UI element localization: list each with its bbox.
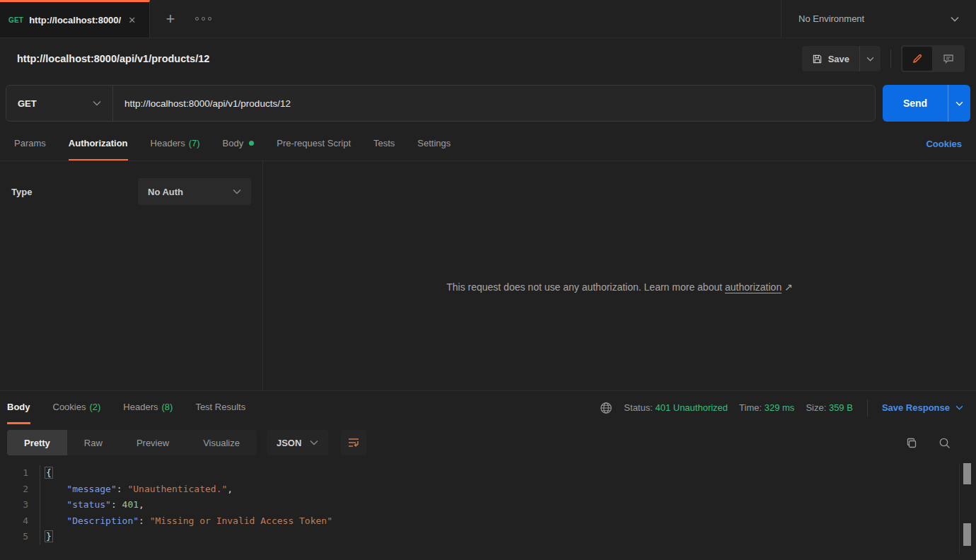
format-value: JSON xyxy=(277,438,301,448)
time-badge: Time: 329 ms xyxy=(739,402,794,413)
request-tabs: Params Authorization Headers(7) Body Pre… xyxy=(0,127,976,161)
tab-pre-request-script[interactable]: Pre-request Script xyxy=(277,127,351,161)
size-badge: Size: 359 B xyxy=(806,402,853,413)
auth-type-select[interactable]: No Auth xyxy=(138,178,251,205)
auth-type-panel: Type No Auth xyxy=(0,161,263,390)
ellipsis-icon xyxy=(195,17,211,21)
more-tabs-button[interactable] xyxy=(187,0,219,37)
send-button[interactable]: Send xyxy=(883,85,948,122)
chevron-down-icon xyxy=(955,101,963,106)
save-label: Save xyxy=(828,54,849,64)
code-line: 2 "message": "Unauthenticated.", xyxy=(0,482,976,498)
edit-button[interactable] xyxy=(902,47,932,71)
new-tab-button[interactable]: + xyxy=(154,0,187,37)
request-tab[interactable]: GET http://localhost:8000/ ✕ xyxy=(0,0,150,37)
network-globe-icon[interactable] xyxy=(600,402,612,414)
request-header: http://localhost:8000/api/v1/products/12… xyxy=(0,38,976,79)
tab-bar-spacer xyxy=(219,0,781,37)
environment-label: No Environment xyxy=(798,13,864,24)
response-body-viewer: 1{2 "message": "Unauthenticated.",3 "sta… xyxy=(0,461,976,558)
cookies-count: (2) xyxy=(89,402,100,412)
divider xyxy=(867,399,868,416)
url-input[interactable] xyxy=(113,86,875,121)
url-bar: GET Send xyxy=(0,79,976,127)
postman-window: GET http://localhost:8000/ ✕ + No Enviro… xyxy=(0,0,976,560)
view-preview[interactable]: Preview xyxy=(120,430,186,455)
save-button[interactable]: Save xyxy=(802,46,859,71)
cookies-link[interactable]: Cookies xyxy=(926,139,962,149)
send-options-button[interactable] xyxy=(948,85,970,122)
chevron-down-icon xyxy=(233,189,241,194)
tab-authorization[interactable]: Authorization xyxy=(69,127,128,161)
view-pretty[interactable]: Pretty xyxy=(7,430,67,455)
send-button-group: Send xyxy=(883,85,970,122)
tab-settings[interactable]: Settings xyxy=(417,127,451,161)
comments-button[interactable] xyxy=(934,47,963,71)
chevron-down-icon xyxy=(866,57,874,62)
response-tab-body[interactable]: Body xyxy=(7,391,30,424)
authorization-panel: Type No Auth This request does not use a… xyxy=(0,161,976,390)
divider xyxy=(890,49,891,68)
tab-bar: GET http://localhost:8000/ ✕ + No Enviro… xyxy=(0,0,976,38)
close-tab-icon[interactable]: ✕ xyxy=(128,15,136,25)
response-tab-test-results[interactable]: Test Results xyxy=(195,391,245,424)
method-select[interactable]: GET xyxy=(6,86,112,121)
external-link-icon: ↗ xyxy=(784,281,793,293)
method-url-container: GET xyxy=(6,85,876,122)
response-view-bar: Pretty Raw Preview Visualize JSON xyxy=(0,424,976,461)
scrollbar-thumb[interactable] xyxy=(963,463,971,484)
tab-headers[interactable]: Headers(7) xyxy=(151,127,200,161)
view-raw[interactable]: Raw xyxy=(67,430,120,455)
response-tab-cookies[interactable]: Cookies(2) xyxy=(53,391,101,424)
environment-selector[interactable]: No Environment xyxy=(781,0,976,37)
chevron-down-icon xyxy=(93,100,101,106)
authorization-docs-link[interactable]: authorization xyxy=(725,281,782,293)
search-icon[interactable] xyxy=(939,437,951,449)
response-headers-count: (8) xyxy=(162,402,173,412)
code-line: 5} xyxy=(0,529,976,545)
request-title: http://localhost:8000/api/v1/products/12 xyxy=(17,53,209,64)
view-visualize[interactable]: Visualize xyxy=(186,430,257,455)
tab-tests[interactable]: Tests xyxy=(373,127,395,161)
view-mode-switcher: Pretty Raw Preview Visualize xyxy=(7,430,257,455)
chevron-down-icon xyxy=(951,16,959,22)
code-line: 4 "Description": "Missing or Invalid Acc… xyxy=(0,513,976,530)
edit-comment-toggle xyxy=(901,45,965,72)
save-icon xyxy=(812,54,823,64)
tab-body[interactable]: Body xyxy=(223,127,255,161)
auth-type-label: Type xyxy=(11,187,32,197)
chevron-down-icon xyxy=(310,440,318,445)
scrollbar-thumb[interactable] xyxy=(963,523,971,546)
wrap-lines-button[interactable] xyxy=(341,430,366,455)
response-tab-headers[interactable]: Headers(8) xyxy=(123,391,173,424)
method-value: GET xyxy=(18,98,37,109)
time-value: 329 ms xyxy=(765,402,795,413)
auth-type-value: No Auth xyxy=(148,187,183,197)
tab-params[interactable]: Params xyxy=(14,127,46,161)
copy-icon[interactable] xyxy=(905,437,917,449)
pencil-icon xyxy=(912,53,923,64)
auth-help-message: This request does not use any authorizat… xyxy=(263,281,976,293)
headers-count: (7) xyxy=(189,138,200,148)
tab-title: http://localhost:8000/ xyxy=(29,15,121,25)
save-response-button[interactable]: Save Response xyxy=(882,402,969,413)
code-line: 3 "status": 401, xyxy=(0,497,976,513)
auth-detail-panel: This request does not use any authorizat… xyxy=(263,161,976,390)
response-body-code: 1{2 "message": "Unauthenticated.",3 "sta… xyxy=(0,465,976,545)
status-value: 401 Unauthorized xyxy=(655,402,728,413)
comment-icon xyxy=(943,53,954,64)
chevron-down-icon xyxy=(955,405,963,410)
save-options-button[interactable] xyxy=(859,46,881,71)
code-line: 1{ xyxy=(0,465,976,482)
size-value: 359 B xyxy=(829,402,853,413)
unsaved-dot-icon xyxy=(249,141,254,146)
status-badge: Status: 401 Unauthorized xyxy=(624,402,728,413)
scrollbar-track xyxy=(959,464,960,554)
format-select[interactable]: JSON xyxy=(267,430,328,455)
save-button-group: Save xyxy=(802,46,881,71)
response-tabs-bar: Body Cookies(2) Headers(8) Test Results … xyxy=(0,390,976,424)
wrap-lines-icon xyxy=(347,437,360,448)
tab-method-badge: GET xyxy=(8,16,23,24)
